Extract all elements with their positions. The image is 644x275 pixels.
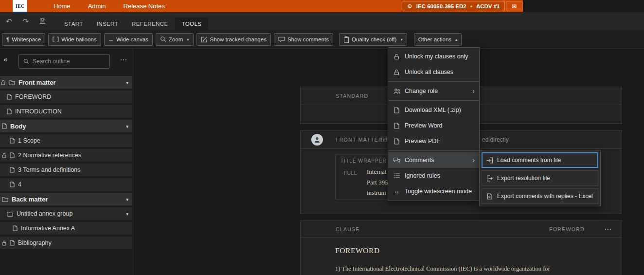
- tree-item-label: Body: [10, 123, 26, 130]
- magnifier-icon: [160, 36, 166, 42]
- collapse-sidebar-button[interactable]: «: [3, 55, 7, 63]
- menu-divider: [388, 100, 479, 101]
- sidebar-item-foreword[interactable]: FOREWORD: [0, 91, 132, 103]
- chevron-down-icon: ▾: [400, 37, 402, 42]
- sidebar-item-introduction[interactable]: INTRODUCTION: [0, 105, 132, 118]
- menu-item-unlock-my-clauses[interactable]: Unlock my clauses only: [388, 49, 479, 64]
- quality-check-label: Quality check (off): [352, 37, 396, 42]
- sidebar-item-front-matter[interactable]: Front matter ▾: [0, 76, 132, 89]
- menu-item-ignored-rules[interactable]: Ignored rules: [388, 168, 479, 183]
- nav-item-home[interactable]: Home: [54, 2, 71, 10]
- chevron-down-icon[interactable]: ▾: [126, 80, 128, 85]
- wide-balloons-label: Wide balloons: [61, 37, 96, 42]
- card-kind-label: FRONT MATTER: [336, 137, 383, 143]
- outline-tree: Front matter ▾ FOREWORD INTRODUCTION Bod…: [0, 76, 132, 251]
- rules-icon: [393, 173, 400, 179]
- whitespace-label: Whitespace: [12, 37, 41, 42]
- sidebar-item-clause-4[interactable]: 4: [0, 178, 132, 191]
- save-button[interactable]: [39, 18, 46, 24]
- menu-item-unlock-all-clauses[interactable]: Unlock all clauses: [388, 64, 479, 80]
- document-icon: [10, 138, 15, 144]
- excel-file-icon: [486, 193, 493, 200]
- document-icon: [10, 167, 15, 173]
- chevron-down-icon[interactable]: ▾: [126, 211, 128, 217]
- tab-tools[interactable]: TOOLS: [175, 18, 209, 30]
- quality-check-button[interactable]: Quality check (off) ▾: [339, 33, 407, 46]
- document-badge[interactable]: ⚙ IEC 60050-395 ED2 • ACDV #1: [402, 1, 505, 11]
- top-nav: Home Admin Release Notes: [54, 0, 165, 12]
- chevron-down-icon: ▾: [187, 37, 189, 42]
- tree-item-label: INTRODUCTION: [15, 108, 62, 115]
- mail-button[interactable]: ✉: [506, 1, 522, 11]
- lock-icon: [2, 240, 6, 246]
- nav-item-release-notes[interactable]: Release Notes: [124, 2, 165, 10]
- menu-item-preview-pdf[interactable]: Preview PDF: [388, 133, 479, 149]
- brackets-icon: [53, 37, 59, 42]
- chevron-down-icon[interactable]: ▾: [126, 124, 128, 129]
- sidebar-item-bibliography[interactable]: Bibliography: [0, 237, 132, 249]
- full-title-field-label: FULL: [344, 170, 357, 176]
- tab-reference[interactable]: REFERENCE: [125, 18, 175, 30]
- clause-more-button[interactable]: ⋯: [604, 225, 612, 234]
- other-actions-button[interactable]: Other actions ▴: [414, 33, 462, 46]
- document-icon: [10, 152, 15, 158]
- sidebar-item-informative-annex-a[interactable]: Informative Annex A: [0, 222, 132, 235]
- submenu-item-export-comments-excel[interactable]: Export comments with replies - Excel: [482, 188, 598, 204]
- submenu-item-load-comments[interactable]: Load comments from file: [482, 152, 598, 168]
- menu-item-change-role[interactable]: Change role ›: [388, 83, 479, 99]
- sidebar-item-terms-definitions[interactable]: 3 Terms and definitions: [0, 164, 132, 176]
- tree-item-label: Bibliography: [18, 239, 52, 246]
- menu-item-comments[interactable]: Comments ›: [388, 152, 479, 168]
- tree-item-label: 3 Terms and definitions: [18, 166, 80, 173]
- envelope-icon: ✉: [512, 3, 517, 10]
- pilcrow-icon: ¶: [6, 37, 9, 42]
- wide-balloons-button[interactable]: Wide balloons: [48, 33, 101, 46]
- gear-icon: ⚙: [407, 3, 412, 10]
- iec-logo-text: IEC: [16, 3, 24, 9]
- stage-bullet: •: [470, 3, 472, 10]
- sidebar-item-body[interactable]: Body ▾: [0, 120, 132, 132]
- sidebar-item-back-matter[interactable]: Back matter ▾: [0, 193, 132, 205]
- tools-toolbar: ¶ Whitespace Wide balloons ↔ Wide canvas…: [0, 30, 644, 49]
- search-input[interactable]: [33, 58, 105, 65]
- sidebar-item-normative-references[interactable]: 2 Normative references: [0, 149, 132, 162]
- file-icon: [393, 107, 400, 113]
- chevron-down-icon[interactable]: ▾: [126, 197, 128, 202]
- iec-logo[interactable]: IEC: [13, 0, 27, 13]
- menu-item-download-xml[interactable]: Download XML (.zip): [388, 102, 479, 118]
- zoom-button[interactable]: Zoom ▾: [156, 33, 194, 46]
- comments-submenu: Load comments from file Export resolutio…: [479, 150, 601, 206]
- whitespace-button[interactable]: ¶ Whitespace: [2, 33, 45, 46]
- ribbon-bar: ↶ ↷ START INSERT REFERENCE TOOLS: [0, 12, 644, 30]
- menu-divider: [388, 81, 479, 82]
- document-stage: ACDV #1: [476, 3, 500, 9]
- show-comments-button[interactable]: Show comments: [274, 33, 333, 46]
- redo-icon: ↷: [23, 17, 29, 26]
- nav-item-admin[interactable]: Admin: [88, 2, 106, 10]
- unlock-icon: [393, 54, 400, 60]
- edit-square-icon: [201, 36, 208, 43]
- title-line: Part 395: [367, 177, 388, 188]
- lock-icon: [1, 80, 5, 85]
- outline-more-button[interactable]: ⋯: [120, 55, 127, 64]
- menu-item-preview-word[interactable]: Preview Word: [388, 118, 479, 133]
- menu-item-label: Ignored rules: [405, 172, 440, 179]
- redo-button[interactable]: ↷: [23, 17, 29, 26]
- undo-button[interactable]: ↶: [6, 17, 12, 26]
- sidebar-item-untitled-annex-group[interactable]: Untitled annex group ▾: [0, 207, 132, 220]
- menu-item-toggle-widescreen[interactable]: ↔ Toggle widescreen mode: [388, 183, 479, 199]
- tab-start[interactable]: START: [57, 18, 90, 30]
- clipboard-icon: [343, 36, 349, 43]
- title-fragment: Titl: [379, 137, 388, 143]
- menu-item-label: Preview PDF: [405, 138, 440, 145]
- show-tracked-changes-button[interactable]: Show tracked changes: [197, 33, 271, 46]
- clause-card-header: CLAUSE FOREWORD ⋯: [301, 221, 622, 238]
- wide-canvas-button[interactable]: ↔ Wide canvas: [104, 33, 153, 46]
- tab-insert[interactable]: INSERT: [90, 18, 125, 30]
- change-role-icon: [393, 88, 400, 94]
- document-icon: [10, 182, 15, 187]
- chevron-right-icon: ›: [472, 156, 475, 164]
- sidebar-item-scope[interactable]: 1 Scope: [0, 134, 132, 147]
- outline-search[interactable]: [18, 54, 110, 69]
- submenu-item-export-resolution[interactable]: Export resolution file: [482, 170, 598, 186]
